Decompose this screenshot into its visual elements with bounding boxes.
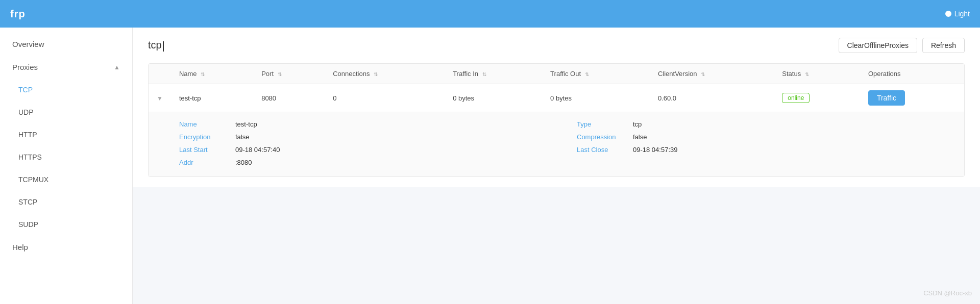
clear-offline-proxies-button[interactable]: ClearOfflineProxies — [839, 38, 917, 53]
th-connections[interactable]: Connections ⇅ — [325, 64, 445, 84]
detail-last-start-field: Last Start 09-18 04:57:40 — [179, 146, 546, 154]
table-header-row: Name ⇅ Port ⇅ Connections ⇅ Traffic In ⇅… — [149, 64, 964, 84]
row-operations: Traffic — [860, 84, 964, 112]
detail-last-close-field: Last Close 09-18 04:57:39 — [577, 146, 944, 154]
detail-addr-value: :8080 — [235, 159, 252, 166]
sidebar-section-proxies[interactable]: Proxies ▲ — [0, 56, 132, 79]
detail-addr-label: Addr — [179, 159, 230, 166]
page-title: tcp — [148, 39, 162, 50]
header-buttons: ClearOfflineProxies Refresh — [839, 38, 965, 53]
detail-panel: Name test-tcp Type tcp Encryption — [149, 112, 964, 176]
detail-encryption-field: Encryption false — [179, 133, 546, 141]
detail-encryption-label: Encryption — [179, 133, 230, 141]
detail-type-value: tcp — [633, 120, 642, 128]
detail-name-field: Name test-tcp — [179, 120, 546, 128]
th-port[interactable]: Port ⇅ — [253, 64, 325, 84]
layout: Overview Proxies ▲ TCP UDP HTTP HTTPS TC… — [0, 28, 980, 304]
proxy-table-wrapper: Name ⇅ Port ⇅ Connections ⇅ Traffic In ⇅… — [148, 63, 965, 177]
app-logo: frp — [10, 8, 26, 20]
th-client-version[interactable]: ClientVersion ⇅ — [650, 64, 774, 84]
chevron-up-icon: ▲ — [114, 64, 120, 71]
row-connections: 0 — [325, 84, 445, 112]
row-status: online — [774, 84, 860, 112]
table-row: ▼ test-tcp 8080 0 0 bytes 0 bytes 0.60.0… — [149, 84, 964, 112]
title-cursor — [163, 41, 164, 52]
proxy-table: Name ⇅ Port ⇅ Connections ⇅ Traffic In ⇅… — [149, 64, 964, 176]
traffic-button[interactable]: Traffic — [868, 90, 905, 106]
detail-last-start-value: 09-18 04:57:40 — [235, 146, 280, 154]
overview-label: Overview — [12, 40, 44, 48]
tcp-label: TCP — [18, 86, 33, 94]
sudp-label: SUDP — [18, 220, 38, 229]
detail-name-label: Name — [179, 120, 230, 128]
page-title-area: tcp — [148, 39, 164, 52]
detail-type-field: Type tcp — [577, 120, 944, 128]
th-name[interactable] — [149, 64, 171, 84]
sidebar-item-overview[interactable]: Overview — [0, 33, 132, 56]
detail-last-close-label: Last Close — [577, 146, 628, 154]
th-operations: Operations — [860, 64, 964, 84]
sidebar: Overview Proxies ▲ TCP UDP HTTP HTTPS TC… — [0, 28, 133, 304]
sidebar-item-udp[interactable]: UDP — [0, 101, 132, 123]
tcpmux-label: TCPMUX — [18, 175, 48, 184]
sidebar-proxies-submenu: TCP UDP HTTP HTTPS TCPMUX STCP SUDP — [0, 79, 132, 236]
sidebar-item-sudp[interactable]: SUDP — [0, 213, 132, 236]
sidebar-item-help[interactable]: Help — [0, 236, 132, 259]
detail-compression-value: false — [633, 133, 647, 141]
help-label: Help — [12, 243, 28, 251]
topbar: frp Light — [0, 0, 980, 28]
http-label: HTTP — [18, 131, 37, 139]
th-status[interactable]: Status ⇅ — [774, 64, 860, 84]
row-name: test-tcp — [171, 84, 253, 112]
theme-dot-icon — [945, 11, 951, 17]
theme-label[interactable]: Light — [954, 10, 970, 18]
detail-name-value: test-tcp — [235, 120, 257, 128]
th-traffic-in[interactable]: Traffic In ⇅ — [445, 64, 542, 84]
sidebar-item-http[interactable]: HTTP — [0, 123, 132, 146]
https-label: HTTPS — [18, 153, 42, 161]
udp-label: UDP — [18, 108, 34, 116]
main-content: tcp ClearOfflineProxies Refresh Name ⇅ P… — [133, 28, 980, 187]
detail-last-close-value: 09-18 04:57:39 — [633, 146, 677, 154]
sidebar-item-tcp[interactable]: TCP — [0, 79, 132, 101]
row-traffic-in: 0 bytes — [445, 84, 542, 112]
main-wrapper: tcp ClearOfflineProxies Refresh Name ⇅ P… — [133, 28, 980, 304]
detail-compression-field: Compression false — [577, 133, 944, 141]
refresh-button[interactable]: Refresh — [922, 38, 965, 53]
detail-type-label: Type — [577, 120, 628, 128]
row-port: 8080 — [253, 84, 325, 112]
topbar-right: Light — [945, 10, 970, 18]
expand-toggle[interactable]: ▼ — [157, 95, 163, 102]
th-name-col[interactable]: Name ⇅ — [171, 64, 253, 84]
row-traffic-out: 0 bytes — [542, 84, 650, 112]
th-traffic-out[interactable]: Traffic Out ⇅ — [542, 64, 650, 84]
row-client-version: 0.60.0 — [650, 84, 774, 112]
detail-addr-field: Addr :8080 — [179, 159, 546, 166]
stcp-label: STCP — [18, 198, 37, 206]
detail-row: Name test-tcp Type tcp Encryption — [149, 112, 964, 177]
sidebar-item-https[interactable]: HTTPS — [0, 146, 132, 168]
detail-encryption-value: false — [235, 133, 249, 141]
detail-compression-label: Compression — [577, 133, 628, 141]
page-header: tcp ClearOfflineProxies Refresh — [148, 38, 965, 53]
sidebar-item-stcp[interactable]: STCP — [0, 191, 132, 213]
sidebar-item-tcpmux[interactable]: TCPMUX — [0, 168, 132, 191]
proxies-section-label: Proxies — [12, 63, 38, 71]
detail-last-start-label: Last Start — [179, 146, 230, 154]
status-badge: online — [782, 93, 810, 103]
